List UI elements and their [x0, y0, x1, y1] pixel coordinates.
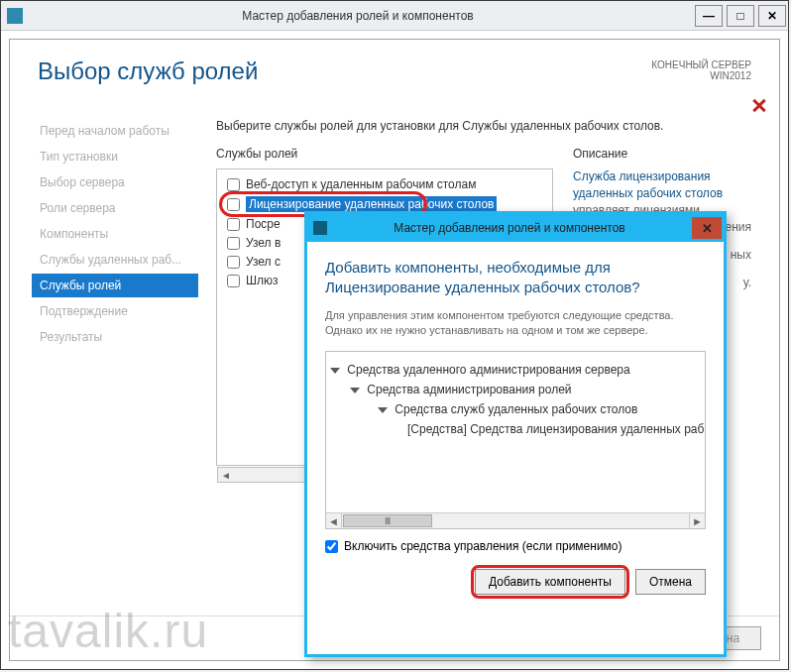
server-label: КОНЕЧНЫЙ СЕРВЕР [651, 59, 751, 70]
popup-titlebar: Мастер добавления ролей и компонентов ✕ [307, 214, 724, 242]
header-area: Выбор служб ролей КОНЕЧНЫЙ СЕРВЕР WIN201… [10, 40, 779, 89]
expand-arrow-icon[interactable] [350, 388, 360, 393]
server-name: WIN2012 [651, 70, 751, 81]
add-features-button[interactable]: Добавить компоненты [475, 569, 625, 595]
service-label: Лицензирование удаленных рабочих столов [246, 196, 497, 212]
wizard-sidebar: Перед началом работы Тип установки Выбор… [20, 119, 198, 466]
service-label: Узел с [246, 255, 281, 269]
popup-description: Для управления этим компонентом требуютс… [325, 308, 706, 340]
sidebar-item-role-services[interactable]: Службы ролей [32, 274, 198, 297]
popup-title: Мастер добавления ролей и компонентов [327, 221, 692, 235]
scroll-thumb[interactable]: Ⅲ [343, 514, 432, 527]
popup-footer: Добавить компоненты Отмена [307, 561, 724, 607]
app-icon [7, 8, 23, 24]
popup-heading-line1: Добавить компоненты, необходимые для [325, 259, 611, 276]
tree-item[interactable]: Средства удаленного администрирования се… [330, 360, 701, 380]
page-title: Выбор служб ролей [38, 57, 751, 85]
close-icon[interactable] [751, 97, 767, 113]
main-titlebar: Мастер добавления ролей и компонентов — … [1, 1, 788, 31]
features-tree[interactable]: Средства удаленного администрирования се… [325, 351, 706, 529]
service-checkbox[interactable] [227, 275, 240, 287]
add-features-dialog: Мастер добавления ролей и компонентов ✕ … [304, 211, 727, 657]
service-checkbox[interactable] [227, 256, 240, 269]
sidebar-item-install-type[interactable]: Тип установки [32, 145, 198, 168]
sidebar-item-features[interactable]: Компоненты [32, 222, 198, 246]
window-controls: — □ ✕ [693, 5, 788, 27]
sidebar-item-rds[interactable]: Службы удаленных раб... [32, 248, 198, 272]
sidebar-item-server-select[interactable]: Выбор сервера [32, 170, 198, 194]
popup-heading-line2: Лицензирование удаленных рабочих столов? [325, 279, 640, 295]
sidebar-item-confirmation[interactable]: Подтверждение [32, 299, 198, 323]
service-label: Веб-доступ к удаленным рабочим столам [246, 177, 476, 191]
main-window-title: Мастер добавления ролей и компонентов [23, 9, 693, 23]
description-link: Служба лицензирования удаленных рабочих … [573, 169, 723, 200]
tree-item[interactable]: [Средства] Средства лицензирования удале… [330, 419, 701, 439]
include-tools-checkbox[interactable] [325, 540, 338, 553]
sidebar-item-before-begin[interactable]: Перед началом работы [32, 119, 198, 143]
service-checkbox[interactable] [227, 237, 240, 250]
tree-label: Средства администрирования ролей [367, 383, 571, 396]
sidebar-item-server-roles[interactable]: Роли сервера [32, 196, 198, 220]
popup-app-icon [313, 221, 327, 235]
tree-item[interactable]: Средства администрирования ролей [330, 380, 701, 399]
scroll-track[interactable] [433, 513, 689, 528]
service-checkbox[interactable] [227, 218, 240, 231]
tree-label: Средства удаленного администрирования се… [347, 363, 629, 377]
instruction-text: Выберите службы ролей для установки для … [216, 119, 751, 133]
expand-arrow-icon[interactable] [378, 407, 388, 413]
popup-cancel-button[interactable]: Отмена [635, 569, 706, 595]
service-label: Шлюз [246, 274, 279, 287]
tree-label: Средства служб удаленных рабочих столов [395, 402, 637, 416]
tree-item[interactable]: Средства служб удаленных рабочих столов [330, 399, 701, 419]
description-header: Описание [573, 147, 751, 161]
scroll-left-icon[interactable]: ◄ [218, 468, 234, 482]
expand-arrow-icon[interactable] [330, 368, 340, 374]
maximize-button[interactable]: □ [727, 5, 754, 27]
scroll-left-icon[interactable]: ◄ [326, 513, 342, 528]
scroll-right-icon[interactable]: ► [689, 513, 705, 528]
tree-scrollbar[interactable]: ◄ Ⅲ ► [326, 512, 705, 528]
minimize-button[interactable]: — [695, 5, 723, 27]
tree-label: [Средства] Средства лицензирования удале… [407, 422, 704, 436]
include-tools-checkbox-row[interactable]: Включить средства управления (если приме… [325, 539, 706, 553]
sidebar-item-results[interactable]: Результаты [32, 325, 198, 349]
services-header: Службы ролей [216, 147, 553, 161]
close-button[interactable]: ✕ [758, 5, 786, 27]
server-info: КОНЕЧНЫЙ СЕРВЕР WIN2012 [651, 59, 751, 81]
popup-close-button[interactable]: ✕ [692, 217, 722, 239]
service-checkbox[interactable] [227, 198, 240, 211]
popup-body: Добавить компоненты, необходимые для Лиц… [307, 242, 724, 561]
service-item-web-access[interactable]: Веб-доступ к удаленным рабочим столам [223, 175, 546, 193]
service-label: Узел в [246, 236, 281, 250]
include-tools-label: Включить средства управления (если приме… [344, 539, 622, 553]
service-checkbox[interactable] [227, 178, 240, 191]
service-label: Посре [246, 217, 281, 231]
popup-heading: Добавить компоненты, необходимые для Лиц… [325, 258, 706, 298]
